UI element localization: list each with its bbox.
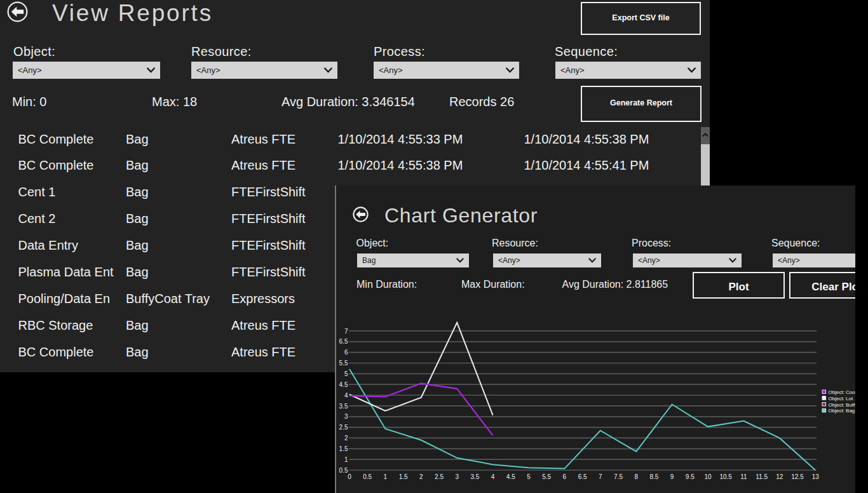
- svg-text:0.5: 0.5: [339, 467, 348, 474]
- svg-text:2: 2: [419, 473, 423, 480]
- svg-text:3.5: 3.5: [339, 403, 348, 410]
- svg-text:Object: Bag: Object: Bag: [829, 408, 855, 414]
- svg-text:4: 4: [491, 473, 495, 480]
- svg-text:4.5: 4.5: [506, 473, 515, 480]
- svg-text:Object: Lot: Object: Lot: [829, 396, 853, 402]
- svg-text:Object: BuffyCoat: Object: BuffyCoat: [829, 402, 856, 408]
- svg-text:13: 13: [812, 473, 820, 480]
- svg-text:6: 6: [344, 349, 348, 356]
- svg-text:7.5: 7.5: [614, 473, 623, 480]
- svg-text:5.5: 5.5: [542, 473, 551, 480]
- svg-text:6: 6: [563, 473, 567, 480]
- svg-text:1: 1: [384, 473, 388, 480]
- svg-text:11.5: 11.5: [756, 473, 768, 480]
- svg-text:3: 3: [455, 473, 459, 480]
- svg-text:12: 12: [776, 473, 783, 480]
- svg-text:10.5: 10.5: [719, 473, 732, 480]
- svg-text:8: 8: [634, 473, 638, 480]
- svg-text:1.5: 1.5: [399, 473, 408, 480]
- svg-text:1: 1: [344, 456, 348, 463]
- svg-text:11: 11: [740, 473, 747, 480]
- svg-text:Object: Cooler Ca: Object: Cooler Ca: [829, 389, 856, 395]
- svg-text:9.5: 9.5: [686, 473, 695, 480]
- svg-text:4: 4: [344, 392, 348, 399]
- svg-text:8.5: 8.5: [649, 473, 658, 480]
- svg-text:3.5: 3.5: [470, 473, 479, 480]
- svg-text:1.5: 1.5: [339, 445, 348, 452]
- svg-text:9: 9: [670, 473, 674, 480]
- svg-text:6.5: 6.5: [578, 473, 587, 480]
- svg-text:7: 7: [599, 473, 602, 480]
- svg-text:4.5: 4.5: [339, 381, 348, 388]
- svg-text:6.5: 6.5: [339, 338, 348, 345]
- svg-text:5.5: 5.5: [339, 360, 348, 367]
- svg-text:2.5: 2.5: [339, 424, 348, 431]
- svg-text:3: 3: [344, 413, 348, 420]
- svg-text:10: 10: [704, 473, 712, 480]
- svg-text:7: 7: [344, 328, 348, 335]
- svg-text:0: 0: [348, 473, 351, 480]
- svg-text:2: 2: [344, 435, 348, 442]
- svg-text:0.5: 0.5: [363, 473, 372, 480]
- svg-text:5: 5: [527, 473, 531, 480]
- svg-text:5: 5: [344, 370, 348, 377]
- svg-text:12.5: 12.5: [791, 473, 804, 480]
- svg-text:2.5: 2.5: [435, 473, 444, 480]
